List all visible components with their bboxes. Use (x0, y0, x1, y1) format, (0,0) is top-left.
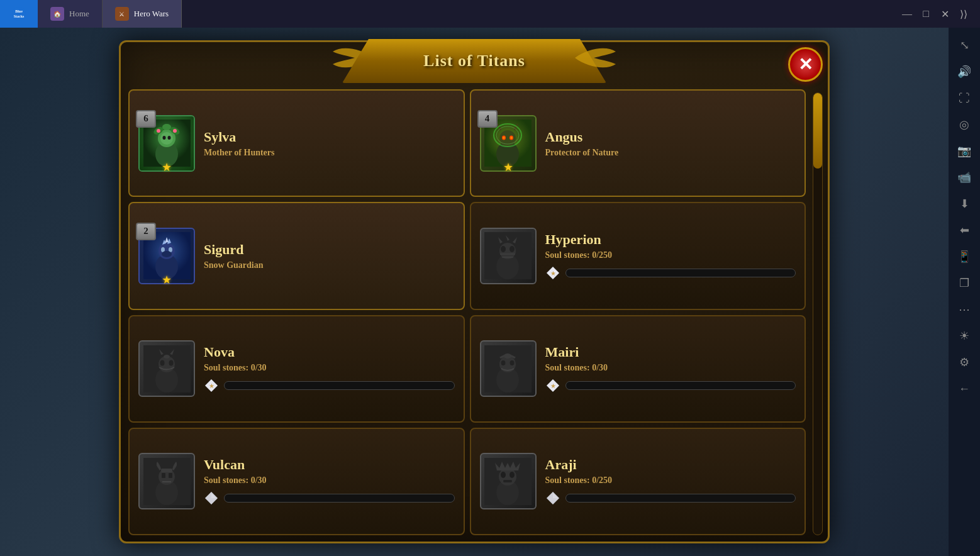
sidebar-video-btn[interactable]: 📹 (953, 166, 976, 189)
svg-rect-68 (161, 469, 172, 472)
mairi-souls: Soul stones: 0/30 (545, 363, 796, 373)
hyperion-soul-icon: ★ (545, 265, 560, 281)
mairi-info: Mairi Soul stones: 0/30 ★ (545, 344, 796, 393)
nova-souls: Soul stones: 0/30 (204, 363, 455, 373)
titan-card-araji[interactable]: Araji Soul stones: 0/250 (470, 428, 806, 535)
svg-point-49 (169, 360, 173, 365)
bluestacks-logo: Blue Stacks (0, 0, 38, 28)
sidebar-fullscreen-btn[interactable]: ⛶ (953, 87, 976, 109)
svg-point-60 (504, 353, 511, 359)
sigurd-star: ★ (162, 273, 172, 287)
sylva-info: Sylva Mother of Hunters (204, 129, 455, 158)
vulcan-name: Vulcan (204, 457, 455, 473)
home-tab-label: Home (69, 9, 89, 19)
araji-avatar-frame (480, 453, 537, 509)
araji-info: Araji Soul stones: 0/250 (545, 457, 796, 506)
nova-info: Nova Soul stones: 0/30 ★ (204, 344, 455, 393)
scrollbar-thumb[interactable] (813, 93, 822, 169)
home-tab-icon: 🏠 (50, 7, 64, 21)
svg-point-35 (501, 246, 506, 252)
herowars-tab-icon: ⚔ (115, 7, 129, 21)
sidebar-settings-btn[interactable]: ⚙ (953, 351, 976, 374)
sidebar-more-btn[interactable]: ⋯ (953, 298, 976, 321)
svg-point-13 (173, 129, 177, 133)
tab-herowars[interactable]: ⚔ Hero Wars (103, 0, 182, 28)
svg-text:★: ★ (550, 382, 555, 389)
hyperion-souls: Soul stones: 0/250 (545, 250, 796, 260)
titan-card-sigurd[interactable]: 2 ★ Sigurd Snow Guardian (128, 202, 465, 309)
araji-progress-bar (565, 494, 796, 503)
svg-text:Blue: Blue (15, 9, 23, 13)
sidebar-brightness-btn[interactable]: ☀ (953, 325, 976, 347)
modal-title-area: List of Titans (342, 39, 606, 83)
sidebar-copy-btn[interactable]: ❐ (953, 272, 976, 294)
herowars-tab-label: Hero Wars (134, 9, 169, 19)
titan-card-vulcan[interactable]: Vulcan Soul stones: 0/30 (128, 428, 465, 535)
modal-title: List of Titans (423, 52, 525, 70)
sidebar-back2-btn[interactable]: ← (953, 377, 976, 400)
hyperion-progress-bar (565, 269, 796, 277)
hyperion-info: Hyperion Soul stones: 0/250 ★ (545, 231, 796, 281)
svg-rect-67 (169, 473, 172, 478)
mairi-name: Mairi (545, 344, 796, 360)
svg-point-48 (160, 360, 164, 365)
titan-card-hyperion[interactable]: Hyperion Soul stones: 0/250 ★ (470, 202, 806, 309)
tab-home[interactable]: 🏠 Home (38, 0, 103, 28)
titan-card-sylva[interactable]: 6 ★ Sylva Mother of Hunters (128, 89, 465, 197)
sylva-star: ★ (162, 160, 172, 174)
sidebar-phone-btn[interactable]: 📱 (953, 245, 976, 268)
expand-icon[interactable]: ⟩⟩ (957, 8, 970, 20)
angus-star: ★ (503, 160, 513, 174)
svg-text:Stacks: Stacks (14, 14, 25, 18)
sidebar-back-btn[interactable]: ⬅ (953, 219, 976, 242)
titlebar-controls: — □ ✕ ⟩⟩ (901, 8, 980, 20)
sylva-name: Sylva (204, 129, 455, 145)
svg-point-59 (510, 360, 515, 365)
close-window-button[interactable]: ✕ (938, 8, 951, 20)
sigurd-info: Sigurd Snow Guardian (204, 242, 455, 270)
minimize-button[interactable]: — (901, 8, 913, 20)
sidebar-volume-btn[interactable]: 🔊 (953, 60, 976, 83)
nova-avatar-container (138, 340, 195, 397)
nova-progress: ★ (204, 378, 455, 393)
angus-info: Angus Protector of Nature (545, 129, 796, 158)
svg-point-10 (162, 124, 171, 130)
svg-point-8 (167, 136, 170, 140)
araji-soul-icon (545, 491, 560, 506)
sigurd-name: Sigurd (204, 242, 455, 258)
hyperion-progress: ★ (545, 265, 796, 281)
sidebar-install-btn[interactable]: ⬇ (953, 192, 976, 215)
vulcan-info: Vulcan Soul stones: 0/30 (204, 457, 455, 506)
game-area: List of Titans ✕ (0, 28, 949, 556)
araji-avatar-container (480, 453, 537, 509)
svg-point-20 (511, 136, 513, 139)
svg-text:★: ★ (550, 270, 555, 277)
angus-name: Angus (545, 129, 796, 145)
angus-subtitle: Protector of Nature (545, 148, 796, 158)
svg-point-7 (162, 136, 165, 140)
sidebar-rotate-btn[interactable]: ◎ (953, 113, 976, 136)
svg-rect-76 (503, 480, 512, 482)
titans-grid: 6 ★ Sylva Mother of Hunters (128, 89, 806, 535)
sylva-subtitle: Mother of Hunters (204, 148, 455, 158)
titan-card-angus[interactable]: 4 ★ Angus Protector of Nature (470, 89, 806, 197)
sylva-level: 6 (136, 110, 156, 128)
titan-card-mairi[interactable]: Mairi Soul stones: 0/30 ★ (470, 315, 806, 423)
nova-avatar-frame (138, 340, 195, 397)
svg-point-28 (162, 251, 172, 257)
titan-card-nova[interactable]: Nova Soul stones: 0/30 ★ (128, 315, 465, 423)
maximize-button[interactable]: □ (920, 8, 932, 20)
sidebar-expand-btn[interactable]: ⤡ (953, 34, 976, 57)
vulcan-progress-bar (224, 494, 455, 503)
close-modal-button[interactable]: ✕ (788, 47, 823, 82)
svg-point-75 (509, 472, 515, 478)
scrollbar[interactable] (813, 92, 823, 535)
sidebar-screenshot-btn[interactable]: 📷 (953, 140, 976, 162)
mairi-avatar-container (480, 340, 537, 397)
sylva-avatar-container: 6 ★ (138, 115, 195, 172)
nova-name: Nova (204, 344, 455, 360)
angus-avatar-container: 4 ★ (480, 115, 537, 172)
svg-marker-79 (553, 493, 558, 498)
svg-rect-66 (162, 473, 165, 478)
vulcan-progress (204, 491, 455, 506)
